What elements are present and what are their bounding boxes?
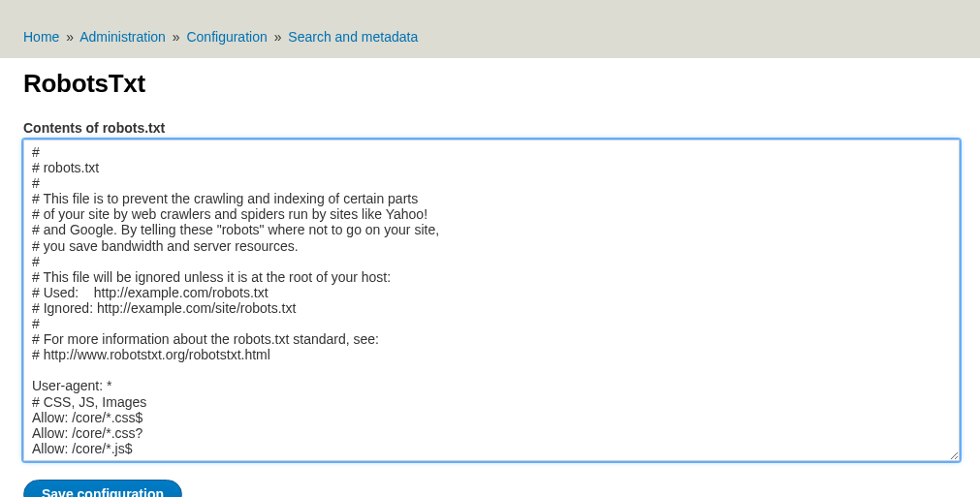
save-configuration-button[interactable]: Save configuration	[23, 480, 182, 497]
breadcrumb-separator: »	[66, 29, 74, 45]
breadcrumb-configuration[interactable]: Configuration	[186, 29, 267, 45]
page-title: RobotsTxt	[23, 69, 957, 99]
top-bar: Home » Administration » Configuration » …	[0, 0, 980, 58]
breadcrumb-separator: »	[173, 29, 180, 45]
robots-textarea-label: Contents of robots.txt	[23, 120, 957, 136]
breadcrumb-separator: »	[274, 29, 282, 45]
breadcrumb-administration[interactable]: Administration	[79, 29, 166, 45]
breadcrumb: Home » Administration » Configuration » …	[23, 29, 418, 45]
breadcrumb-search-metadata[interactable]: Search and metadata	[288, 29, 418, 45]
main-content: RobotsTxt Contents of robots.txt # # rob…	[0, 58, 980, 497]
robots-textarea[interactable]: # # robots.txt # # This file is to preve…	[23, 140, 960, 461]
breadcrumb-home[interactable]: Home	[23, 29, 59, 45]
